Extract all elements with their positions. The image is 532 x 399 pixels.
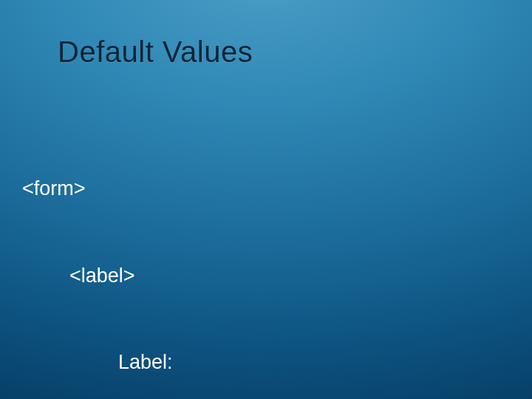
code-line-1: <form> (22, 174, 502, 203)
slide-body: <form> <label> Label: <input type=text v… (22, 117, 502, 399)
code-block: <form> <label> Label: <input type=text v… (22, 117, 502, 399)
slide: Default Values <form> <label> Label: <in… (0, 0, 532, 399)
code-line-2: <label> (22, 262, 502, 290)
code-line-3: Label: (22, 348, 502, 377)
slide-title: Default Values (58, 35, 253, 69)
